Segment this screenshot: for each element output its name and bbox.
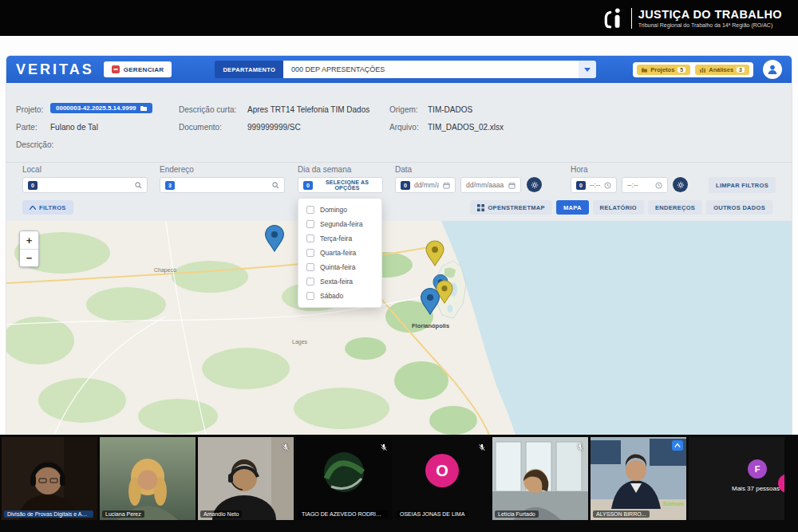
participant-name: ALYSSON BIRRO... bbox=[593, 510, 650, 518]
participant-tile-amandio[interactable]: Amandio Neto bbox=[198, 437, 294, 520]
participant-name: Amandio Neto bbox=[200, 510, 242, 518]
screen-share-area: VERITAS GERENCIAR DEPARTAMENTO 000 DEP A… bbox=[0, 36, 798, 435]
arquivo-label: Arquivo: bbox=[389, 123, 419, 132]
projeto-number-badge[interactable]: 0000003-42.2025.5.14.9999 bbox=[50, 103, 152, 113]
project-info-panel: Projeto: 0000003-42.2025.5.14.9999 Parte… bbox=[6, 83, 792, 163]
somos-watermark: Somos bbox=[662, 500, 684, 507]
gerenciar-button[interactable]: GERENCIAR bbox=[104, 61, 172, 77]
projetos-badge[interactable]: Projetos 5 bbox=[637, 65, 690, 75]
projeto-number: 0000003-42.2025.5.14.9999 bbox=[56, 104, 136, 112]
spotlight-icon[interactable] bbox=[672, 440, 683, 451]
person-icon bbox=[767, 64, 778, 75]
dia-semana-select-button[interactable]: 0 SELECIONE AS OPÇÕES bbox=[298, 177, 383, 193]
endereco-label: Endereço bbox=[160, 165, 194, 174]
map-canvas[interactable]: Chapecó Lages Florianópolis bbox=[6, 221, 792, 435]
checkbox-icon[interactable] bbox=[306, 234, 314, 242]
descricao-curta-label: Descrição curta: bbox=[179, 105, 236, 114]
zoom-out-button[interactable]: − bbox=[20, 249, 38, 266]
weekday-option-sabado[interactable]: Sábado bbox=[306, 292, 373, 300]
projeto-label: Projeto: bbox=[16, 105, 43, 114]
hora-inicio-input[interactable] bbox=[590, 181, 600, 189]
filters-panel: Local Endereço Dia da semana Data Hora 0… bbox=[6, 163, 792, 221]
participant-tile-leticia[interactable]: Letícia Furtado bbox=[492, 437, 588, 520]
participant-video bbox=[198, 437, 294, 520]
chevron-up-icon bbox=[30, 206, 36, 210]
data-settings-button[interactable] bbox=[527, 177, 542, 192]
chevron-down-icon[interactable] bbox=[579, 61, 596, 78]
arquivo-value: TIM_DADOS_02.xlsx bbox=[428, 123, 504, 132]
folder-icon bbox=[140, 105, 147, 111]
projects-icon bbox=[642, 67, 647, 73]
weekday-option-quinta[interactable]: Quinta-feira bbox=[306, 263, 373, 271]
more-participants-tile[interactable]: F M Mais 37 pessoas bbox=[689, 437, 784, 520]
data-fim-input[interactable] bbox=[466, 181, 504, 189]
checkbox-icon[interactable] bbox=[306, 278, 314, 286]
filtros-toggle-button[interactable]: FILTROS bbox=[22, 200, 73, 215]
checkbox-icon[interactable] bbox=[306, 206, 314, 214]
view-relatorio-button[interactable]: RELATÓRIO bbox=[593, 200, 644, 215]
departamento-select[interactable]: DEPARTAMENTO 000 DEP APRESENTAÇÕES bbox=[215, 61, 596, 78]
weekday-option-domingo[interactable]: Domingo bbox=[306, 206, 373, 214]
map-region[interactable]: Chapecó Lages Florianópolis bbox=[6, 221, 792, 435]
participant-name: OSEIAS JONAS DE LIMA bbox=[397, 510, 468, 518]
participant-name: Luciana Perez bbox=[102, 510, 144, 518]
participant-tile-alysson-active-speaker[interactable]: Somos ALYSSON BIRRO... bbox=[591, 437, 686, 520]
participant-initial: O bbox=[436, 462, 448, 479]
participant-name: Letícia Furtado bbox=[495, 510, 539, 518]
participant-tile-tiago[interactable]: TIAGO DE AZEVEDO RODRIGUES ... bbox=[296, 437, 392, 520]
zoom-in-button[interactable]: + bbox=[20, 231, 38, 249]
mic-muted-icon bbox=[282, 440, 290, 455]
documento-label: Documento: bbox=[179, 123, 222, 132]
endereco-count-badge: 3 bbox=[165, 181, 175, 190]
analises-badge[interactable]: Análises 3 bbox=[695, 65, 749, 75]
search-icon[interactable] bbox=[135, 182, 142, 189]
data-inicio-input[interactable] bbox=[414, 181, 439, 189]
hora-count-badge: 0 bbox=[576, 181, 586, 190]
checkbox-icon[interactable] bbox=[306, 220, 314, 228]
analises-label: Análises bbox=[709, 66, 733, 73]
limpar-filtros-button[interactable]: LIMPAR FILTROS bbox=[709, 177, 776, 193]
endereco-input[interactable] bbox=[179, 181, 268, 189]
checkbox-icon[interactable] bbox=[306, 292, 314, 300]
view-openstreetmap-button[interactable]: OPENSTREETMAP bbox=[470, 200, 551, 215]
dia-semana-label: Dia da semana bbox=[298, 165, 351, 174]
hora-inicio-group: 0 bbox=[571, 177, 617, 193]
local-input-group: 0 bbox=[22, 177, 148, 193]
checkbox-icon[interactable] bbox=[306, 249, 314, 257]
mic-muted-icon bbox=[576, 440, 584, 455]
weekday-option-quarta[interactable]: Quarta-feira bbox=[306, 249, 373, 257]
view-mapa-button[interactable]: MAPA bbox=[556, 200, 589, 215]
justica-trabalho-logo-icon bbox=[602, 7, 625, 30]
checkbox-icon[interactable] bbox=[306, 263, 314, 271]
hora-fim-group bbox=[622, 177, 668, 193]
parte-value: Fulano de Tal bbox=[50, 123, 98, 132]
participant-tile-luciana[interactable]: Luciana Perez bbox=[100, 437, 196, 520]
participant-video bbox=[2, 437, 97, 520]
departamento-label: DEPARTAMENTO bbox=[215, 61, 283, 78]
participant-tile-divisao[interactable]: Divisão de Provas Digitais e Apoio... bbox=[2, 437, 97, 520]
view-enderecos-button[interactable]: ENDEREÇOS bbox=[648, 200, 702, 215]
participant-video bbox=[100, 437, 196, 520]
weekday-option-segunda[interactable]: Segunda-feira bbox=[306, 220, 373, 228]
hora-settings-button[interactable] bbox=[673, 177, 688, 192]
map-zoom-control: + − bbox=[19, 231, 39, 267]
hora-fim-input[interactable] bbox=[627, 181, 651, 189]
parte-label: Parte: bbox=[16, 123, 38, 132]
participant-initial-badge: F bbox=[748, 459, 767, 479]
clock-icon[interactable] bbox=[655, 182, 662, 189]
calendar-icon[interactable] bbox=[443, 182, 450, 189]
weekday-dropdown-panel: Domingo Segunda-feira Terça-feira Quarta… bbox=[298, 198, 382, 308]
local-input[interactable] bbox=[41, 181, 131, 189]
jt-brand: JUSTIÇA DO TRABALHO Tribunal Regional do… bbox=[602, 7, 782, 30]
user-avatar[interactable] bbox=[763, 60, 782, 79]
participant-tile-oseias[interactable]: O OSEIAS JONAS DE LIMA bbox=[394, 437, 490, 520]
search-icon[interactable] bbox=[272, 182, 279, 189]
view-outros-dados-button[interactable]: OUTROS DADOS bbox=[706, 200, 772, 215]
header-badges: Projetos 5 Análises 3 bbox=[633, 62, 753, 77]
participant-name: TIAGO DE AZEVEDO RODRIGUES ... bbox=[298, 510, 388, 518]
clock-icon[interactable] bbox=[604, 182, 611, 189]
projetos-count: 5 bbox=[678, 67, 685, 73]
calendar-icon[interactable] bbox=[508, 182, 516, 189]
weekday-option-terca[interactable]: Terça-feira bbox=[306, 234, 373, 242]
weekday-option-sexta[interactable]: Sexta-feira bbox=[306, 278, 373, 286]
